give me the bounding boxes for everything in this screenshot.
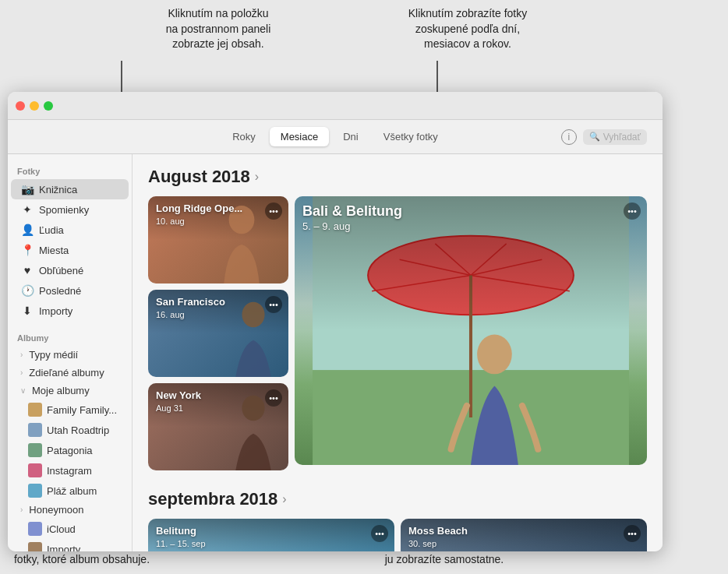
card-more-belitung[interactable]: ••• [371, 525, 388, 542]
sidebar-item-family[interactable]: Family Family... [11, 400, 129, 420]
sidebar-section-albumy: Albumy [8, 327, 132, 346]
album-card-belitung[interactable]: Belitung 11. – 15. sep ••• [148, 519, 394, 551]
info-button[interactable]: i [561, 129, 577, 145]
sidebar-item-oblubene[interactable]: ♥ Obľúbené [11, 260, 129, 280]
sidebar-item-posledne[interactable]: 🕐 Posledné [11, 280, 129, 301]
album-card-long-ridge[interactable]: Long Ridge Ope... 10. aug ••• [148, 196, 288, 283]
sidebar: Fotky 📷 Knižnica ✦ Spomienky 👤 Ľudia 📍 M… [8, 154, 133, 551]
favorites-icon: ♥ [20, 263, 34, 277]
annotation-top-right: Kliknutím zobrazíte fotky zoskupené podľ… [382, 0, 553, 52]
card-title-bali: Bali & Belitung 5. – 9. aug [302, 202, 402, 234]
album-thumb-icloud [28, 522, 42, 536]
sidebar-item-zdielane[interactable]: › Zdieľané albumy [11, 364, 129, 382]
tab-roky[interactable]: Roky [221, 127, 267, 146]
august-grid: Long Ridge Ope... 10. aug ••• [148, 196, 647, 470]
august-header: August 2018 › [148, 167, 647, 187]
sidebar-item-importy-2[interactable]: Importy [11, 539, 129, 551]
app-window: Roky Mesiace Dni Všetky fotky i 🔍 Vyhľad… [8, 92, 663, 551]
annotation-top-left: Kliknutím na položku na postrannom panel… [133, 0, 304, 52]
sidebar-item-moje-albumy[interactable]: ∨ Moje albumy [11, 382, 129, 400]
september-arrow[interactable]: › [282, 492, 286, 506]
people-icon: 👤 [20, 223, 34, 237]
search-box[interactable]: 🔍 Vyhľadať [583, 129, 647, 145]
september-header: septembra 2018 › [148, 489, 647, 509]
library-icon: 📷 [20, 182, 34, 196]
sidebar-item-typy-medii[interactable]: › Typy médií [11, 346, 129, 364]
september-grid: Belitung 11. – 15. sep ••• Moss Beach 30… [148, 519, 647, 551]
close-button[interactable] [16, 101, 25, 111]
card-title-belitung: Belitung 11. – 15. sep [156, 525, 206, 549]
album-thumb-plaz [28, 484, 42, 498]
titlebar [8, 92, 663, 120]
minimize-button[interactable] [30, 101, 39, 111]
september-section: septembra 2018 › Belitung 11. – 15. sep … [148, 489, 647, 551]
album-card-sf[interactable]: San Francisco 16. aug ••• [148, 290, 288, 377]
expand-icon-moje: ∨ [20, 386, 26, 395]
sidebar-item-honeymoon[interactable]: › Honeymoon [11, 501, 129, 519]
toolbar-right: i 🔍 Vyhľadať [561, 129, 647, 145]
august-section: August 2018 › [148, 167, 647, 470]
sidebar-item-patagonia[interactable]: Patagonia [11, 440, 129, 460]
tab-mesiace[interactable]: Mesiace [270, 127, 329, 146]
card-overlay-bali [295, 196, 647, 465]
search-icon: 🔍 [589, 132, 600, 142]
august-arrow[interactable]: › [255, 170, 259, 184]
album-thumb-importy [28, 542, 42, 551]
tab-group: Roky Mesiace Dni Všetky fotky [221, 127, 449, 146]
memories-icon: ✦ [20, 202, 34, 217]
album-thumb-family [28, 403, 42, 417]
content-area: August 2018 › [133, 154, 663, 551]
sidebar-item-spomienky[interactable]: ✦ Spomienky [11, 199, 129, 220]
sidebar-section-fotky: Fotky [8, 160, 132, 179]
main-area: Fotky 📷 Knižnica ✦ Spomienky 👤 Ľudia 📍 M… [8, 154, 663, 551]
import-icon: ⬇ [20, 304, 34, 318]
sidebar-item-utah[interactable]: Utah Roadtrip [11, 420, 129, 440]
sidebar-item-miesta[interactable]: 📍 Miesta [11, 240, 129, 260]
sidebar-item-icloud[interactable]: iCloud [11, 519, 129, 539]
svg-point-14 [242, 396, 264, 421]
card-more-moss[interactable]: ••• [624, 525, 641, 542]
album-thumb-patagonia [28, 443, 42, 457]
card-title-ny: New York Aug 31 [156, 389, 201, 414]
card-title-moss-beach: Moss Beach 30. sep [408, 525, 468, 549]
album-card-ny[interactable]: New York Aug 31 ••• [148, 383, 288, 470]
search-placeholder: Vyhľadať [603, 132, 641, 143]
sidebar-item-importy-1[interactable]: ⬇ Importy [11, 301, 129, 321]
card-title-sf: San Francisco 16. aug [156, 296, 225, 320]
svg-point-13 [242, 302, 264, 328]
album-thumb-utah [28, 423, 42, 437]
album-card-moss-beach[interactable]: Moss Beach 30. sep ••• [401, 519, 647, 551]
sidebar-item-instagram[interactable]: Instagram [11, 460, 129, 481]
card-more-long-ridge[interactable]: ••• [265, 202, 282, 220]
tab-vsetky-fotky[interactable]: Všetky fotky [373, 127, 449, 146]
card-title-long-ridge: Long Ridge Ope... 10. aug [156, 202, 242, 227]
sidebar-item-ludia[interactable]: 👤 Ľudia [11, 220, 129, 240]
sidebar-item-plaz[interactable]: Pláž album [11, 481, 129, 501]
tab-dni[interactable]: Dni [332, 127, 369, 146]
toolbar: Roky Mesiace Dni Všetky fotky i 🔍 Vyhľad… [8, 120, 663, 154]
recent-icon: 🕐 [20, 283, 34, 298]
card-more-sf[interactable]: ••• [265, 296, 282, 313]
album-thumb-instagram [28, 463, 42, 477]
fullscreen-button[interactable] [44, 101, 53, 111]
card-more-ny[interactable]: ••• [265, 389, 282, 407]
expand-icon-typy: › [20, 350, 23, 359]
places-icon: 📍 [20, 243, 34, 257]
album-card-bali[interactable]: Bali & Belitung 5. – 9. aug ••• [295, 196, 647, 465]
expand-icon-zdielane: › [20, 368, 23, 377]
traffic-lights [16, 101, 53, 111]
august-title: August 2018 [148, 167, 250, 187]
expand-icon-honeymoon: › [20, 505, 23, 514]
september-title: septembra 2018 [148, 489, 277, 509]
sidebar-item-kniznica[interactable]: 📷 Knižnica [11, 179, 129, 199]
card-more-bali[interactable]: ••• [624, 202, 641, 220]
